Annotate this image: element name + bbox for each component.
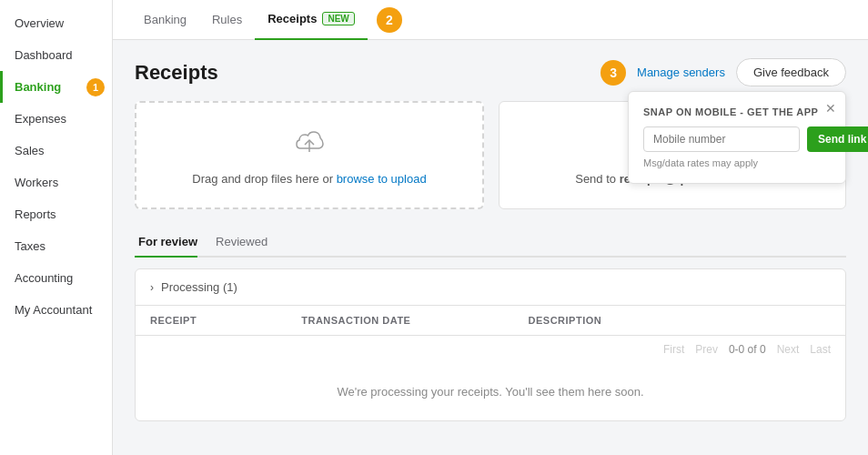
sidebar-item-banking[interactable]: Banking 1 [0,71,112,103]
receipts-table: › Processing (1) RECEIPT TRANSACTION DAT… [135,268,846,421]
tab-receipts[interactable]: Receipts NEW [255,0,368,40]
manage-senders-link[interactable]: Manage senders [637,66,725,79]
header-actions: 3 Manage senders Give feedback [601,58,846,86]
sidebar-item-accounting[interactable]: Accounting [0,262,112,294]
sidebar-item-overview[interactable]: Overview [0,7,112,39]
snap-input-row: Send link [643,126,831,152]
review-tabs: For review Reviewed [135,228,846,258]
pagination-next[interactable]: Next [777,343,800,356]
new-badge: NEW [322,12,354,25]
sidebar-item-taxes[interactable]: Taxes [0,230,112,262]
give-feedback-button[interactable]: Give feedback [736,58,846,86]
col-header-date: TRANSACTION DATE [301,315,528,326]
sidebar: Overview Dashboard Banking 1 Expenses Sa… [0,0,113,455]
tab-banking[interactable]: Banking [131,0,199,40]
chevron-right-icon: › [150,281,154,294]
col-header-receipt: RECEIPT [150,315,301,326]
send-link-button[interactable]: Send link [807,126,868,152]
sidebar-item-dashboard[interactable]: Dashboard [0,39,112,71]
pagination-first[interactable]: First [663,343,684,356]
tab-rules[interactable]: Rules [199,0,255,40]
mobile-number-input[interactable] [643,126,800,152]
tab-reviewed[interactable]: Reviewed [212,228,282,256]
browse-upload-link[interactable]: browse to upload [337,172,427,186]
sidebar-item-my-accountant[interactable]: My Accountant [0,294,112,326]
banking-badge: 1 [86,78,105,96]
pagination-row: First Prev 0-0 of 0 Next Last [136,336,845,363]
drag-drop-card[interactable]: Drag and drop files here or browse to up… [135,101,484,209]
sidebar-item-sales[interactable]: Sales [0,135,112,167]
upload-cloud-icon [291,125,328,165]
empty-message: We're processing your receipts. You'll s… [136,363,845,420]
close-icon[interactable]: ✕ [825,101,836,116]
main-content: Banking Rules Receipts NEW 2 Receipts 3 … [113,0,868,455]
sidebar-item-workers[interactable]: Workers [0,167,112,198]
tab-for-review[interactable]: For review [135,228,212,256]
pagination-range: 0-0 of 0 [729,343,766,356]
page-content: Receipts 3 Manage senders Give feedback … [113,40,868,455]
snap-popup: ✕ SNAP ON MOBILE - GET THE APP Send link… [628,91,846,184]
snap-note: Msg/data rates may apply [643,157,831,168]
sidebar-item-reports[interactable]: Reports [0,198,112,230]
pagination-prev[interactable]: Prev [695,343,718,356]
page-title: Receipts [135,61,218,85]
processing-row[interactable]: › Processing (1) [136,269,845,306]
page-header: Receipts 3 Manage senders Give feedback [135,58,846,86]
top-nav: Banking Rules Receipts NEW 2 [113,0,868,40]
table-header: RECEIPT TRANSACTION DATE DESCRIPTION [136,306,845,336]
step-2-badge: 2 [377,7,402,33]
col-header-description: DESCRIPTION [529,315,831,326]
upload-text: Drag and drop files here or browse to up… [192,172,426,186]
pagination-last[interactable]: Last [810,343,831,356]
sidebar-item-expenses[interactable]: Expenses [0,103,112,135]
snap-title: SNAP ON MOBILE - GET THE APP [643,106,831,117]
step-3-badge: 3 [601,60,626,86]
